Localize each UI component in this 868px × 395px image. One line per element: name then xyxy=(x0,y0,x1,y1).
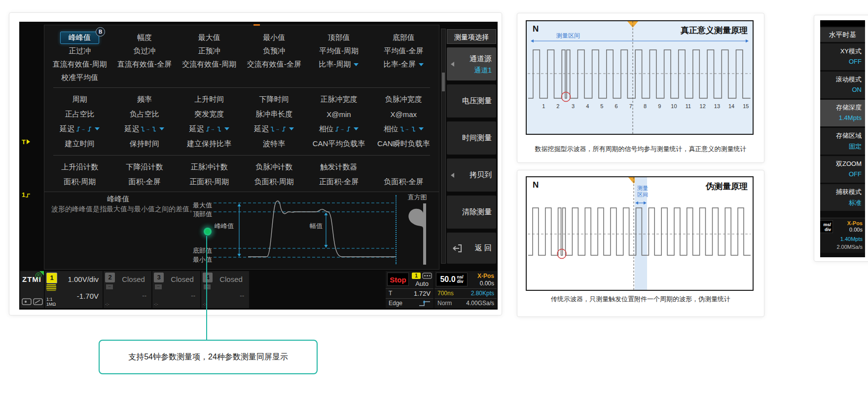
measure-item-负占空比[interactable]: 负占空比 xyxy=(127,109,162,119)
measure-item-比率-全屏[interactable]: 比率-全屏 xyxy=(381,59,426,70)
channel1-offset: -1.70V xyxy=(77,292,99,300)
menu-scrollbar-thumb[interactable] xyxy=(442,73,445,91)
dropdown-arrow-icon[interactable] xyxy=(224,127,229,130)
measure-item-正面积-全屏[interactable]: 正面积-全屏 xyxy=(317,177,361,187)
menu-scrollbar[interactable] xyxy=(441,29,446,264)
measure-item-负脉冲宽度[interactable]: 负脉冲宽度 xyxy=(383,94,425,105)
measure-item-延迟[interactable]: 延迟→ xyxy=(57,124,102,134)
sidebar-item-存储深度[interactable]: 存储深度1.4Mpts xyxy=(820,100,865,126)
brand-block: ZTMI R xyxy=(20,271,44,308)
measure-item-脉冲串长度[interactable]: 脉冲串长度 xyxy=(253,109,295,119)
measure-item-相位[interactable]: 相位→ xyxy=(381,124,426,134)
measure-item-上升沿计数[interactable]: 上升沿计数 xyxy=(59,162,101,172)
measure-item-上升时间[interactable]: 上升时间 xyxy=(192,94,226,105)
dropdown-arrow-icon[interactable] xyxy=(289,127,294,130)
measure-item-直流有效值-周期[interactable]: 直流有效值-周期 xyxy=(50,59,109,70)
sidebar-item-捕获模式[interactable]: 捕获模式标准 xyxy=(820,184,865,211)
measure-item-底部值[interactable]: 底部值 xyxy=(390,33,417,43)
dropdown-arrow-icon[interactable] xyxy=(354,63,359,66)
measure-item-平均值-全屏[interactable]: 平均值-全屏 xyxy=(381,46,426,56)
measure-item-延迟[interactable]: 延迟→ xyxy=(187,124,232,134)
panel2-caption: 传统示波器，只测量触发位置附件一个周期的波形，伪测量统计 xyxy=(517,295,764,304)
side-menu-button-清除测量[interactable]: 清除测量 xyxy=(447,196,496,229)
measure-item-交流有效值-周期[interactable]: 交流有效值-周期 xyxy=(180,59,239,70)
measure-item-X@max[interactable]: X@max xyxy=(388,110,420,119)
measure-item-X@min[interactable]: X@min xyxy=(324,110,353,119)
measure-item-负过冲[interactable]: 负过冲 xyxy=(131,46,158,56)
measure-item-保持时间[interactable]: 保持时间 xyxy=(127,139,162,149)
sidebar-item-双ZOOM[interactable]: 双ZOOMOFF xyxy=(820,156,865,183)
measure-item-相位[interactable]: 相位→ xyxy=(316,124,361,134)
dropdown-arrow-icon[interactable] xyxy=(159,127,164,130)
run-state[interactable]: Stop xyxy=(387,273,409,286)
measure-item-下降时间[interactable]: 下降时间 xyxy=(257,94,291,105)
panel2-region-label: 测量 区间 xyxy=(637,185,648,198)
sidebar-item-滚动模式[interactable]: 滚动模式ON xyxy=(820,72,865,98)
measure-item-波特率[interactable]: 波特率 xyxy=(260,139,288,149)
channel4-block[interactable]: 4–Closed---:- xyxy=(201,271,249,308)
measure-item-cell: 负面积-全屏 xyxy=(371,174,436,189)
channel1-position-marker[interactable]: 1 xyxy=(22,191,31,198)
measure-item-CAN平均负载率[interactable]: CAN平均负载率 xyxy=(310,139,368,149)
measure-item-label: 最大值 xyxy=(198,33,220,42)
measure-item-面积-周期[interactable]: 面积-周期 xyxy=(61,177,98,187)
side-menu-button-拷贝到[interactable]: 拷贝到 xyxy=(447,158,496,192)
measure-item-交流有效值-全屏[interactable]: 交流有效值-全屏 xyxy=(245,59,304,70)
measure-item-负预冲[interactable]: 负预冲 xyxy=(260,46,288,56)
measure-item-直流有效值-全屏[interactable]: 直流有效值-全屏 xyxy=(115,59,174,70)
measure-item-周期[interactable]: 周期 xyxy=(70,94,90,105)
measure-item-峰峰值[interactable]: 峰峰值B xyxy=(60,32,99,44)
side-menu: 测量项选择 通道源通道1电压测量时间测量拷贝到清除测量返 回 xyxy=(447,22,496,271)
measure-item-比率-周期[interactable]: 比率-周期 xyxy=(316,59,361,70)
trigger-level-marker[interactable]: T xyxy=(22,138,30,146)
sidebar-item-XY模式[interactable]: XY模式OFF xyxy=(820,43,865,70)
measure-item-label: 面积-全屏 xyxy=(128,177,160,187)
measure-item-面积-全屏[interactable]: 面积-全屏 xyxy=(126,177,163,187)
sidebar-item-存储区域[interactable]: 存储区域固定 xyxy=(820,128,865,155)
channel1-block[interactable]: 1 1:1 1MΩ 1.00V/div -1.70V xyxy=(45,271,103,308)
measure-item-建立保持比率[interactable]: 建立保持比率 xyxy=(184,139,234,149)
sample-rate: 4.00GSa/s xyxy=(466,300,494,307)
side-menu-button-通道源[interactable]: 通道源通道1 xyxy=(447,47,496,80)
measure-item-正脉冲计数[interactable]: 正脉冲计数 xyxy=(188,162,230,172)
side-menu-button-时间测量[interactable]: 时间测量 xyxy=(447,121,496,155)
measure-item-延迟[interactable]: 延迟→ xyxy=(122,124,167,134)
measure-item-平均值-周期[interactable]: 平均值-周期 xyxy=(317,46,361,56)
measure-item-最大值[interactable]: 最大值 xyxy=(196,33,223,43)
measure-item-突发宽度[interactable]: 突发宽度 xyxy=(192,109,226,119)
measure-item-频率[interactable]: 频率 xyxy=(135,94,154,105)
measure-item-幅度[interactable]: 幅度 xyxy=(135,33,154,43)
channel3-block[interactable]: 3–Closed---:- xyxy=(152,271,200,308)
measure-item-顶部值[interactable]: 顶部值 xyxy=(325,33,352,43)
channel1-coupling-icon xyxy=(46,284,56,291)
measure-item-正面积-周期[interactable]: 正面积-周期 xyxy=(187,177,231,187)
measure-item-正脉冲宽度[interactable]: 正脉冲宽度 xyxy=(318,94,360,105)
sidebar-item-label: 存储区域 xyxy=(836,131,862,140)
measure-item-下降沿计数[interactable]: 下降沿计数 xyxy=(123,162,165,172)
measure-item-负脉冲计数[interactable]: 负脉冲计数 xyxy=(253,162,295,172)
dropdown-arrow-icon[interactable] xyxy=(354,127,359,130)
dropdown-arrow-icon[interactable] xyxy=(95,127,100,130)
dropdown-arrow-icon[interactable] xyxy=(419,63,424,66)
measure-item-负面积-周期[interactable]: 负面积-周期 xyxy=(252,177,296,187)
touch-icon[interactable] xyxy=(22,298,32,306)
measure-item-建立时间[interactable]: 建立时间 xyxy=(63,139,97,149)
side-menu-button-电压测量[interactable]: 电压测量 xyxy=(447,84,496,118)
measure-item-负面积-全屏[interactable]: 负面积-全屏 xyxy=(381,177,426,187)
measure-item-延迟[interactable]: 延迟→ xyxy=(252,124,296,134)
measure-item-正过冲[interactable]: 正过冲 xyxy=(66,46,93,56)
measure-item-正占空比[interactable]: 正占空比 xyxy=(63,109,97,119)
measure-item-触发计数器[interactable]: 触发计数器 xyxy=(318,162,360,172)
trigger-block[interactable]: Stop 1 Auto T 1.72V Edge xyxy=(386,271,434,308)
measure-item-校准平均值[interactable]: 校准平均值 xyxy=(59,73,101,83)
dropdown-arrow-icon[interactable] xyxy=(419,127,424,130)
side-menu-button-返回[interactable]: 返 回 xyxy=(447,233,496,264)
measure-item-最小值[interactable]: 最小值 xyxy=(260,33,288,43)
gesture-icon[interactable] xyxy=(33,298,43,306)
measure-item-cell: 平均值-周期 xyxy=(306,44,371,58)
edge-trigger-icon xyxy=(418,300,431,307)
timebase-block[interactable]: 50.0 ns/ div X-Pos 0.00s 700ns 2.80Kpts … xyxy=(434,271,497,308)
measure-item-CAN瞬时负载率[interactable]: CAN瞬时负载率 xyxy=(375,139,433,149)
measure-item-正预冲[interactable]: 正预冲 xyxy=(196,46,223,56)
channel2-block[interactable]: 2–Closed---:- xyxy=(104,271,151,308)
